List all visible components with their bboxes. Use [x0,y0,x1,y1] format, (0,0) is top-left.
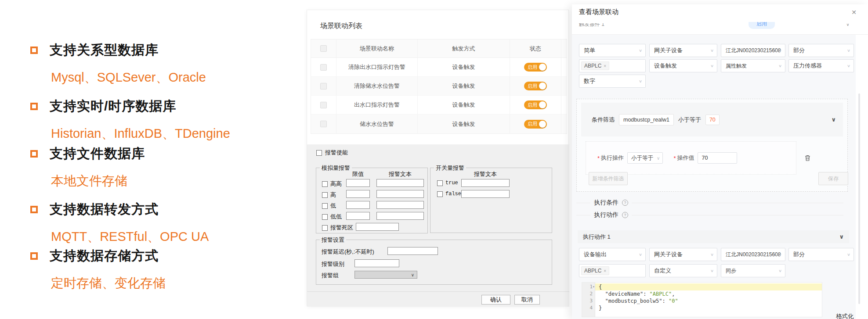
table-row: 储水水位告警 设备触发 启用 [311,115,567,133]
code-line: 4 } [582,305,822,312]
attribute-trigger-select[interactable]: 属性触发 ∨ [721,59,785,72]
false-alarm-text-input[interactable] [461,190,510,198]
code-line: 2 "deviceName": "ABPLC", [582,290,822,297]
chevron-down-icon: ∨ [778,252,782,257]
feature-heading: 支持文件数据库 [50,145,145,163]
device-category-select[interactable]: 网关子设备 ∨ [649,44,717,57]
add-filter-button[interactable]: 新增条件筛选 [589,172,628,185]
alarm-settings-group: 报警设置 报警延迟(秒,:不延时) 报警级别 报警组 ∨ [316,240,552,285]
column-header-name: 场景联动名称 [336,39,418,57]
delete-condition-icon[interactable] [804,154,811,163]
save-button[interactable]: 保存 [818,172,848,185]
help-icon[interactable]: ? [622,212,628,218]
feature-detail: 本地文件存储 [51,172,276,190]
alarm-enable-label: 报警使能 [325,149,348,157]
level-checkbox[interactable] [322,203,328,209]
scope-select[interactable]: 部分 ∨ [788,248,854,261]
row-checkbox[interactable] [320,102,327,108]
alarm-text-column-header: 报警文本 [376,170,424,178]
limit-input[interactable] [346,212,370,220]
feature-detail: 定时存储、变化存储 [51,275,276,292]
alarm-text-input[interactable] [376,179,424,187]
tag-close-icon[interactable]: × [604,64,606,68]
analog-level-row: 高 [322,191,336,199]
alarm-delay-label: 报警延迟(秒,:不延时) [322,248,374,256]
status-toggle[interactable]: 启用 [524,100,547,109]
gateway-select[interactable]: 江北JN0020230215608 ∨ [721,248,785,261]
collapse-chevron-icon[interactable]: ∨ [831,116,836,123]
alarm-text-input[interactable] [376,212,424,220]
row-checkbox[interactable] [320,121,327,127]
alarm-delay-input[interactable] [387,247,438,255]
tag-close-icon[interactable]: × [604,269,606,273]
deadband-row: 报警死区 [322,224,353,232]
device-multiselect[interactable]: ABPLC × [579,264,646,277]
limit-input[interactable] [346,201,370,209]
confirm-button[interactable]: 确认 [481,295,510,305]
level-checkbox[interactable] [322,181,328,187]
clipped-section-label: 触发条件 1 [579,23,632,29]
sensor-select[interactable]: 压力传感器 ∨ [788,59,854,72]
exec-action-section: 执行动作 ? [576,211,843,219]
chevron-down-icon: ∨ [639,252,642,257]
screenshot-root: 支持关系型数据库 Mysql、SQLSever、Oracle 支持实时/时序数据… [0,0,868,319]
operand-value-input[interactable] [698,152,737,164]
action-type-select[interactable]: 设备输出 ∨ [579,248,646,261]
close-icon[interactable]: ✕ [851,9,857,16]
scope-select[interactable]: 部分 ∨ [788,44,854,57]
deadband-input[interactable] [356,223,399,231]
fold-caret-icon[interactable]: ▾ [593,283,596,290]
row-checkbox[interactable] [320,64,327,71]
status-toggle[interactable]: 启用 [524,63,547,72]
feature-heading: 支持数据转发方式 [50,201,159,219]
alarm-enable-checkbox[interactable] [316,150,322,156]
select-all-checkbox[interactable] [320,45,327,52]
device-category-select[interactable]: 网关子设备 ∨ [649,248,717,261]
condition-summary-bar[interactable]: 条件筛选 modbustcp_realw1 小于等于 70 ∨ [581,103,843,136]
trigger-type-select[interactable]: 简单 ∨ [579,44,646,57]
chevron-down-icon: ∨ [639,48,642,53]
limit-input[interactable] [346,179,370,187]
deadband-checkbox[interactable] [322,225,328,231]
column-header-status: 状态 [510,39,561,57]
clipped-chevron-icon[interactable]: ∨ [846,24,852,28]
true-label: true [445,180,458,186]
gateway-select[interactable]: 江北JN0020230215608 ∨ [721,44,785,57]
trigger-mode-select[interactable]: 设备触发 ∨ [649,59,717,72]
format-button[interactable]: 格式化 [836,312,854,319]
status-toggle[interactable]: 启用 [524,120,547,129]
sync-mode-select[interactable]: 同步 ∨ [721,264,785,277]
help-icon[interactable]: ? [622,200,628,206]
true-checkbox[interactable] [437,180,443,186]
cancel-button[interactable]: 取消 [514,295,540,305]
json-code-editor[interactable]: 1 ▾ { 2 "deviceName": "ABPLC", 3 "modbus… [582,282,822,317]
alarm-text-input[interactable] [376,190,424,198]
code-line: 1 ▾ { [582,283,822,290]
true-alarm-text-input[interactable] [461,179,510,187]
action-header[interactable]: 执行动作 1 ∨ [578,230,849,243]
device-multiselect[interactable]: ABPLC × [579,59,646,72]
operator-select[interactable]: 小于等于 ∨ [627,152,663,164]
false-checkbox[interactable] [437,191,443,197]
alarm-level-input[interactable] [354,259,399,267]
collapse-chevron-icon[interactable]: ∨ [839,233,844,240]
required-marker: * [597,155,600,161]
feature-detail: Historian、InfluxDB、TDengine [51,125,276,143]
scrollbar-thumb[interactable] [858,93,860,304]
status-toggle[interactable]: 启用 [524,82,547,90]
limit-input[interactable] [346,190,370,198]
table-row: 清除出水口指示灯告警 设备触发 启用 [311,58,567,77]
alarm-text-input[interactable] [376,201,424,209]
feature-item: 支持文件数据库 本地文件存储 [30,145,276,190]
row-checkbox[interactable] [320,83,327,90]
level-checkbox[interactable] [322,214,328,220]
feature-heading: 支持关系型数据库 [50,41,159,59]
level-label: 高高 [330,180,342,188]
level-checkbox[interactable] [322,192,328,198]
switch-option-row: false [437,191,461,197]
alarm-group-dropdown[interactable]: ∨ [354,271,417,279]
command-type-select[interactable]: 自定义 ∨ [649,264,717,277]
data-type-select[interactable]: 数字 ∨ [579,75,646,88]
scene-name: 出水口指示灯告警 [336,96,418,114]
toggle-knob [539,64,546,71]
